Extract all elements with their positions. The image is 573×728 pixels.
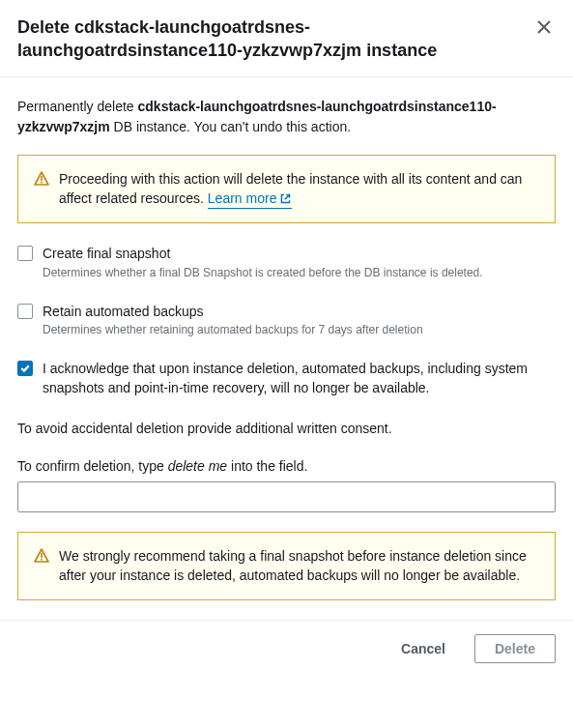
alert-2-text: We strongly recommend taking a final sna…	[59, 546, 539, 586]
ack-label: I acknowledge that upon instance deletio…	[43, 360, 556, 397]
confirm-input[interactable]	[17, 481, 556, 512]
close-button[interactable]	[532, 15, 556, 42]
close-icon	[536, 19, 552, 35]
warning-alert-2: We strongly recommend taking a final sna…	[17, 532, 556, 600]
check-icon	[19, 363, 31, 374]
delete-instance-modal: Delete cdkstack-launchgoatrdsnes-launchg…	[0, 0, 573, 677]
svg-point-1	[41, 559, 43, 561]
snapshot-desc: Determines whether a final DB Snapshot i…	[43, 265, 556, 281]
svg-point-0	[41, 181, 43, 183]
alert-1-content: Proceeding with this action will delete …	[59, 169, 539, 210]
modal-title: Delete cdkstack-launchgoatrdsnes-launchg…	[17, 15, 525, 63]
acknowledge-checkbox[interactable]	[17, 361, 33, 376]
confirm-phrase: delete me	[168, 458, 227, 474]
confirm-prefix: To confirm deletion, type	[17, 458, 168, 474]
delete-button[interactable]: Delete	[474, 634, 556, 663]
intro-text: Permanently delete cdkstack-launchgoatrd…	[17, 97, 556, 137]
snapshot-option-row: Create final snapshot Determines whether…	[17, 245, 556, 280]
create-snapshot-checkbox[interactable]	[17, 246, 33, 261]
options-group: Create final snapshot Determines whether…	[17, 245, 556, 397]
snapshot-label: Create final snapshot	[43, 245, 556, 264]
retain-desc: Determines whether retaining automated b…	[43, 322, 556, 338]
intro-suffix: DB instance. You can't undo this action.	[110, 119, 351, 134]
retain-option-row: Retain automated backups Determines whet…	[17, 303, 556, 338]
ack-texts: I acknowledge that upon instance deletio…	[43, 360, 556, 397]
confirm-suffix: into the field.	[227, 458, 307, 474]
warning-icon	[34, 171, 49, 210]
intro-prefix: Permanently delete	[17, 99, 138, 114]
retain-texts: Retain automated backups Determines whet…	[43, 303, 556, 338]
acknowledge-option-row: I acknowledge that upon instance deletio…	[17, 360, 556, 397]
modal-footer: Cancel Delete	[0, 620, 573, 677]
retain-label: Retain automated backups	[43, 303, 556, 322]
modal-header: Delete cdkstack-launchgoatrdsnes-launchg…	[0, 0, 573, 77]
consent-text: To avoid accidental deletion provide add…	[17, 419, 556, 439]
warning-icon	[34, 548, 49, 586]
learn-more-label: Learn more	[208, 189, 277, 208]
warning-alert-1: Proceeding with this action will delete …	[17, 155, 556, 224]
retain-backups-checkbox[interactable]	[17, 304, 33, 319]
cancel-button[interactable]: Cancel	[382, 634, 465, 663]
modal-body: Permanently delete cdkstack-launchgoatrd…	[0, 77, 573, 620]
confirm-label: To confirm deletion, type delete me into…	[17, 458, 556, 474]
external-link-icon	[279, 192, 292, 205]
snapshot-texts: Create final snapshot Determines whether…	[43, 245, 556, 280]
learn-more-link[interactable]: Learn more	[208, 189, 293, 209]
